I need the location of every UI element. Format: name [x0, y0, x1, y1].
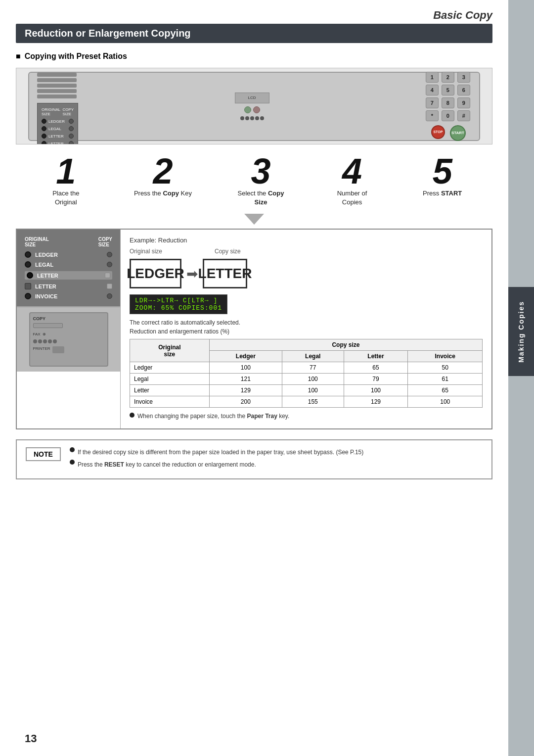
ratio-label: Reduction and enlargement ratios (%): [130, 328, 483, 335]
bullet-icon: [70, 447, 75, 452]
copy-label: Copy size: [215, 248, 241, 255]
num-btn-7: 7: [426, 97, 439, 108]
size-letter-1: LETTER: [37, 273, 101, 279]
example-sizes: Original size Copy size: [130, 248, 483, 255]
original-label: Original size: [130, 248, 162, 255]
copy-size-header: COPYSIZE: [98, 236, 112, 247]
bullet-icon: [130, 413, 134, 418]
size-legal: LEGAL: [35, 262, 103, 268]
lcd-display: LDR→->LTR→ C[LTR→ ] ZOOM: 65% COPIES:001: [130, 294, 227, 314]
step-1: 1 Place theOriginal: [44, 153, 88, 207]
table-header-original: Originalsize: [130, 339, 210, 362]
num-btn-hash: #: [457, 110, 470, 121]
row-ledger-invoice: 50: [408, 362, 483, 374]
printer-diagram: Panasonic DP-2000 ORIGINALSIZECOPYSIZE: [16, 68, 492, 144]
table-header-invoice: Invoice: [408, 351, 483, 362]
panel-middle: LCD: [235, 93, 269, 120]
num-btn-4: 4: [426, 85, 439, 95]
arrow-down-icon: [244, 214, 264, 225]
row-invoice-invoice: 100: [408, 396, 483, 408]
row-size-legal: Legal: [130, 374, 210, 385]
table-row: Invoice 200 155 129 100: [130, 396, 483, 408]
step-2-number: 2: [153, 153, 173, 189]
size-boxes: LEDGER ➡ LETTER: [130, 259, 483, 288]
row-size-invoice: Invoice: [130, 396, 210, 408]
size-ledger: LEDGER: [35, 252, 103, 258]
note-label: NOTE: [26, 447, 61, 461]
table-row: Ledger 100 77 65 50: [130, 362, 483, 374]
num-btn-8: 8: [442, 97, 454, 108]
note-text-1: If the desired copy size is different fr…: [78, 447, 363, 457]
note-content: If the desired copy size is different fr…: [70, 447, 363, 472]
step-5-desc: Press START: [423, 189, 462, 198]
step-1-desc: Place theOriginal: [52, 189, 79, 207]
num-btn-star: *: [426, 110, 439, 121]
display-line2: ZOOM: 65% COPIES:001: [135, 304, 222, 312]
note-box: NOTE If the desired copy size is differe…: [16, 439, 492, 479]
step-4: 4 Number ofCopies: [330, 153, 374, 207]
page-number: 13: [25, 732, 37, 745]
subsection-title: Copying with Preset Ratios: [16, 52, 492, 61]
step-2: 2 Press the Copy Key: [134, 153, 192, 198]
row-ledger-ledger: 100: [209, 362, 282, 374]
row-legal-letter: 79: [344, 374, 408, 385]
row-ledger-legal: 77: [282, 362, 344, 374]
num-btn-3: 3: [457, 72, 470, 83]
row-legal-legal: 100: [282, 374, 344, 385]
note-item-1: If the desired copy size is different fr…: [70, 447, 363, 457]
step-3-desc: Select the CopySize: [238, 189, 284, 207]
stop-button: STOP: [431, 125, 445, 139]
making-copies-tab: Making Copies: [508, 287, 534, 376]
row-letter-invoice: 65: [408, 385, 483, 396]
making-copies-label: Making Copies: [517, 301, 525, 363]
num-btn-0: 0: [442, 110, 454, 121]
num-btn-2: 2: [442, 72, 454, 83]
printer-panel: Panasonic DP-2000 ORIGINALSIZECOPYSIZE: [28, 72, 480, 141]
step-5: 5 Press START: [420, 153, 465, 198]
panel-left-controls: Panasonic DP-2000 ORIGINALSIZECOPYSIZE: [37, 68, 78, 144]
detail-right-panel: Example: Reduction Original size Copy si…: [121, 230, 491, 428]
page-header: Basic Copy: [16, 0, 492, 24]
row-letter-ledger: 129: [209, 385, 282, 396]
row-legal-invoice: 61: [408, 374, 483, 385]
arrow-down-container: [16, 214, 492, 225]
bullet-note: When changing the paper size, touch the …: [130, 413, 483, 420]
row-letter-letter: 100: [344, 385, 408, 396]
row-ledger-letter: 65: [344, 362, 408, 374]
main-content: Basic Copy Reduction or Enlargement Copy…: [0, 0, 508, 495]
step-5-number: 5: [433, 153, 452, 189]
num-btn-5: 5: [442, 85, 454, 95]
row-invoice-legal: 155: [282, 396, 344, 408]
display-line1: LDR→->LTR→ C[LTR→ ]: [135, 297, 222, 304]
row-size-ledger: Ledger: [130, 362, 210, 374]
steps-row: 1 Place theOriginal 2 Press the Copy Key…: [16, 153, 492, 207]
size-invoice: INVOICE: [35, 293, 103, 299]
size-selector-panel: ORIGINALSIZE COPYSIZE LEDGER LEGAL LETTE…: [17, 230, 120, 307]
step-1-number: 1: [56, 153, 76, 189]
step-3: 3 Select the CopySize: [238, 153, 284, 207]
ledger-box: LEDGER: [130, 259, 181, 288]
example-title: Example: Reduction: [130, 236, 483, 244]
number-pad: 1 2 3 4 5 6 7 8 9 * 0 # STOP START: [426, 72, 471, 141]
row-invoice-ledger: 200: [209, 396, 282, 408]
table-header-legal: Legal: [282, 351, 344, 362]
note-item-2: Press the RESET key to cancel the reduct…: [70, 460, 363, 470]
row-size-letter: Letter: [130, 385, 210, 396]
table-header-copy-size: Copy size: [209, 339, 482, 351]
original-size-header: ORIGINALSIZE: [25, 236, 49, 247]
right-sidebar: Making Copies: [508, 0, 534, 756]
section-title: Reduction or Enlargement Copying: [25, 28, 191, 39]
table-row: Legal 121 100 79 61: [130, 374, 483, 385]
note-text-2: Press the RESET key to cancel the reduct…: [78, 460, 256, 470]
num-btn-9: 9: [457, 97, 470, 108]
model-label: DP-2000: [37, 68, 78, 68]
table-row: Letter 129 100 100 65: [130, 385, 483, 396]
row-legal-ledger: 121: [209, 374, 282, 385]
auto-text: The correct ratio is automatically selec…: [130, 319, 483, 326]
step-3-number: 3: [251, 153, 270, 189]
bullet-icon: [70, 460, 75, 465]
table-header-letter: Letter: [344, 351, 408, 362]
size-letter-2: LETTER: [35, 284, 103, 289]
table-header-ledger: Ledger: [209, 351, 282, 362]
bullet-note-text: When changing the paper size, touch the …: [137, 413, 289, 420]
